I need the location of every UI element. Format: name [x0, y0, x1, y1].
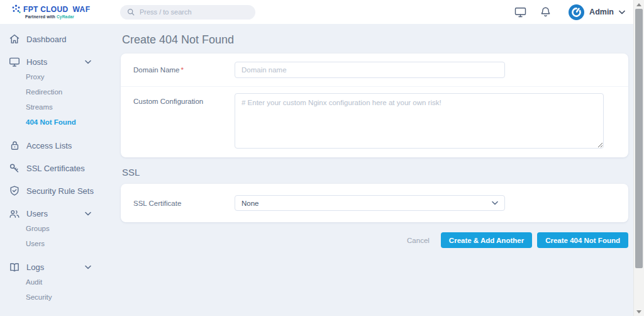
search-input[interactable]	[140, 8, 249, 16]
logs-submenu: Audit Security	[0, 274, 115, 305]
account-menu[interactable]: Admin	[569, 4, 625, 20]
sidebar-item-label: SSL Certificates	[26, 164, 85, 173]
partner-name: CyRadar	[57, 14, 74, 19]
custom-configuration-row: Custom Configuration	[121, 86, 628, 157]
sidebar-item-ssl-certificates[interactable]: SSL Certificates	[0, 157, 115, 179]
global-search[interactable]	[120, 5, 255, 20]
brand-tagline: Partnered with CyRadar	[11, 15, 115, 20]
sidebar-item-audit[interactable]: Audit	[0, 274, 115, 290]
sidebar-item-label: Access Lists	[26, 141, 72, 150]
sidebar-item-label: Dashboard	[26, 35, 67, 44]
domain-name-input[interactable]	[235, 62, 505, 78]
monitor-icon	[9, 56, 20, 67]
scroll-down-icon[interactable]	[634, 307, 644, 316]
cancel-button[interactable]: Cancel	[407, 237, 430, 244]
form-actions: Cancel Create & Add Another Create 404 N…	[121, 232, 628, 248]
scrollbar-track[interactable]	[634, 9, 644, 307]
sidebar-item-dashboard[interactable]: Dashboard	[0, 28, 115, 50]
sidebar-item-users-sub[interactable]: Users	[0, 236, 115, 251]
users-submenu: Groups Users	[0, 221, 115, 251]
account-name: Admin	[589, 8, 614, 16]
shield-check-icon	[9, 185, 20, 196]
create-form-card: Domain Name* Custom Configuration	[121, 54, 628, 157]
sidebar-item-label: Users	[26, 209, 48, 218]
bell-icon[interactable]	[540, 6, 551, 18]
scroll-up-icon[interactable]	[634, 0, 644, 9]
brand-logo[interactable]: FPT CLOUD WAF Partnered with CyRadar	[11, 4, 115, 20]
top-bar: FPT CLOUD WAF Partnered with CyRadar	[0, 0, 644, 24]
sidebar-item-security-rule-sets[interactable]: Security Rule Sets	[0, 179, 115, 202]
chevron-down-icon	[492, 201, 498, 205]
lock-icon	[9, 140, 20, 151]
chevron-down-icon	[85, 265, 91, 269]
sidebar: Dashboard Hosts Proxy Redirection Stream…	[0, 24, 115, 316]
fpt-asterisk-icon	[11, 4, 21, 14]
brand-name: FPT CLOUD	[23, 6, 68, 13]
display-icon[interactable]	[514, 7, 526, 18]
scrollbar[interactable]	[633, 0, 644, 316]
ssl-certificate-label: SSL Certificate	[133, 200, 235, 207]
domain-name-label: Domain Name*	[133, 66, 235, 74]
create-add-another-button[interactable]: Create & Add Another	[441, 232, 532, 248]
book-icon	[9, 261, 20, 273]
domain-name-row: Domain Name*	[121, 54, 628, 86]
sidebar-item-security[interactable]: Security	[0, 290, 115, 305]
brand-product: WAF	[72, 6, 90, 13]
ssl-certificate-select[interactable]: None	[235, 195, 505, 211]
sidebar-item-label: Logs	[26, 262, 44, 272]
sidebar-item-redirection[interactable]: Redirection	[0, 84, 115, 99]
hosts-submenu: Proxy Redirection Streams 404 Not Found	[0, 69, 115, 130]
avatar	[569, 4, 584, 20]
app-window: FPT CLOUD WAF Partnered with CyRadar	[0, 0, 644, 316]
create-404-button[interactable]: Create 404 Not Found	[537, 232, 628, 248]
sidebar-item-proxy[interactable]: Proxy	[0, 69, 115, 84]
search-icon	[126, 8, 135, 16]
ssl-section-title: SSL	[122, 167, 628, 178]
chevron-down-icon	[85, 60, 91, 64]
sidebar-item-groups[interactable]: Groups	[0, 221, 115, 236]
sidebar-item-404-not-found[interactable]: 404 Not Found	[0, 115, 115, 130]
sidebar-item-streams[interactable]: Streams	[0, 99, 115, 115]
required-marker: *	[181, 66, 184, 74]
main-content: Create 404 Not Found Domain Name* Custom…	[115, 24, 644, 316]
chevron-down-icon	[619, 10, 625, 14]
key-icon	[9, 162, 20, 174]
users-icon	[9, 208, 20, 219]
ssl-certificate-row: SSL Certificate None	[121, 184, 628, 222]
custom-configuration-textarea[interactable]	[235, 93, 604, 149]
scrollbar-thumb[interactable]	[635, 9, 643, 268]
ssl-card: SSL Certificate None	[121, 184, 628, 222]
page-title: Create 404 Not Found	[121, 33, 628, 47]
custom-configuration-label: Custom Configuration	[133, 98, 235, 105]
sidebar-item-label: Hosts	[26, 57, 47, 67]
chevron-down-icon	[85, 212, 91, 216]
home-icon	[9, 33, 20, 45]
ssl-certificate-value: None	[242, 200, 259, 207]
sidebar-item-label: Security Rule Sets	[26, 186, 94, 196]
sidebar-item-access-lists[interactable]: Access Lists	[0, 134, 115, 157]
